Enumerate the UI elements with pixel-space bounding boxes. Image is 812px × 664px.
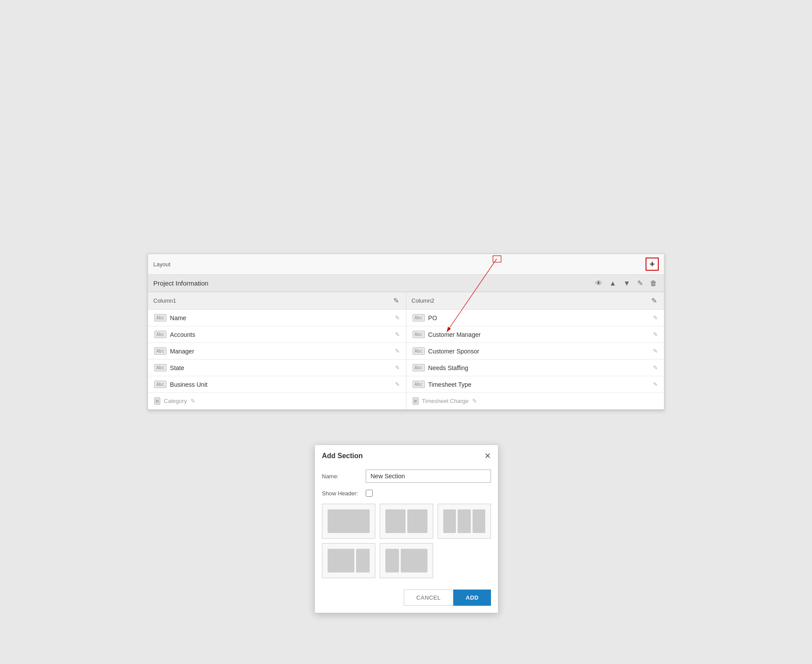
col-block xyxy=(443,509,456,533)
add-section-dialog: Add Section ✕ Name: Show Header: xyxy=(314,445,498,613)
field-label: Needs Staffing xyxy=(428,364,650,371)
field-label: Category xyxy=(164,398,187,404)
layout-options-row1 xyxy=(322,504,491,539)
field-business-unit: Abc Business Unit ✎ xyxy=(148,376,406,393)
name-row: Name: xyxy=(322,470,491,483)
dialog-body: Name: Show Header: xyxy=(315,465,498,590)
move-down-button[interactable]: ▼ xyxy=(621,279,632,288)
edit-field-icon[interactable]: ✎ xyxy=(653,364,658,371)
dialog-close-button[interactable]: ✕ xyxy=(484,451,491,461)
edit-field-icon[interactable]: ✎ xyxy=(395,348,400,354)
add-button[interactable]: ADD xyxy=(453,590,491,606)
layout-option-two[interactable] xyxy=(380,504,433,539)
delete-section-button[interactable]: 🗑 xyxy=(648,279,659,288)
add-section-button[interactable]: + xyxy=(646,258,659,271)
field-category-partial: ⊞ Category ✎ xyxy=(148,393,406,410)
field-type-icon: Abc xyxy=(413,381,425,388)
field-label: Business Unit xyxy=(170,381,391,388)
field-manager: Abc Manager ✎ xyxy=(148,343,406,360)
field-customer-sponsor: Abc Customer Sponsor ✎ xyxy=(406,343,664,360)
edit-section-button[interactable]: ✎ xyxy=(635,278,645,288)
single-column-visual xyxy=(326,508,371,535)
show-header-row: Show Header: xyxy=(322,490,491,497)
column2-header: Column2 ✎ xyxy=(406,292,664,310)
field-label: State xyxy=(170,364,391,371)
col-block xyxy=(407,509,427,533)
field-name: Abc Name ✎ xyxy=(148,310,406,326)
edit-field-icon[interactable]: ✎ xyxy=(653,314,658,321)
field-type-icon: Abc xyxy=(154,364,166,371)
layout-option-single[interactable] xyxy=(322,504,375,539)
col-block xyxy=(385,549,399,572)
field-state: Abc State ✎ xyxy=(148,360,406,376)
field-label: Customer Sponsor xyxy=(428,348,650,355)
column2: Column2 ✎ Abc PO ✎ Abc Customer Manager … xyxy=(406,292,664,410)
edit-field-icon[interactable]: ✎ xyxy=(472,398,477,404)
col-block xyxy=(385,509,406,533)
eye-button[interactable]: 👁 xyxy=(593,279,604,288)
edit-icon: ✎ xyxy=(637,279,643,287)
edit-field-icon[interactable]: ✎ xyxy=(653,331,658,338)
edit-column2-button[interactable]: ✎ xyxy=(650,296,659,306)
field-label: Name xyxy=(170,314,391,321)
pencil-icon: ✎ xyxy=(393,297,399,305)
dialog-title: Add Section xyxy=(322,452,363,460)
show-header-checkbox[interactable] xyxy=(366,490,373,497)
edit-field-icon[interactable]: ✎ xyxy=(395,331,400,338)
dialog-title-bar: Add Section ✕ xyxy=(315,445,498,465)
col-block xyxy=(356,549,370,572)
section-actions: 👁 ▲ ▼ ✎ 🗑 xyxy=(593,278,659,288)
section-row: Project Information 👁 ▲ ▼ ✎ 🗑 xyxy=(148,275,664,292)
field-type-icon: Abc xyxy=(154,331,166,338)
up-arrow-icon: ▲ xyxy=(609,279,616,287)
field-timesheet-charge-partial: ⊞ Timesheet Charge ✎ xyxy=(406,393,664,410)
layout-option-left-wide[interactable] xyxy=(322,543,375,578)
trash-icon: 🗑 xyxy=(650,279,657,287)
pencil-icon: ✎ xyxy=(651,297,657,305)
field-label: Timesheet Charge xyxy=(422,398,469,404)
field-type-icon: Abc xyxy=(413,364,425,371)
field-label: PO xyxy=(428,314,650,321)
columns-area: Column1 ✎ Abc Name ✎ Abc Accounts ✎ Abc … xyxy=(148,292,664,410)
field-label: Customer Manager xyxy=(428,331,650,338)
edit-column1-button[interactable]: ✎ xyxy=(392,296,401,306)
column1-header: Column1 ✎ xyxy=(148,292,406,310)
col-block xyxy=(328,509,370,533)
layout-option-right-wide[interactable] xyxy=(380,543,433,578)
layout-header: Layout + xyxy=(148,254,664,275)
col-block xyxy=(328,549,354,572)
col-block xyxy=(473,509,485,533)
cancel-button[interactable]: CANCEL xyxy=(404,590,454,606)
field-type-icon: Abc xyxy=(154,347,166,355)
field-type-icon: Abc xyxy=(154,381,166,388)
two-column-visual xyxy=(384,508,429,535)
field-label: Manager xyxy=(170,348,391,355)
edit-field-icon[interactable]: ✎ xyxy=(653,381,658,388)
dialog-footer: CANCEL ADD xyxy=(315,590,498,613)
edit-field-icon[interactable]: ✎ xyxy=(395,314,400,321)
field-needs-staffing: Abc Needs Staffing ✎ xyxy=(406,360,664,376)
edit-field-icon[interactable]: ✎ xyxy=(395,381,400,388)
field-label: Timesheet Type xyxy=(428,381,650,388)
field-label: Accounts xyxy=(170,331,391,338)
left-wide-visual xyxy=(326,547,371,574)
field-type-icon: Abc xyxy=(413,331,425,338)
name-label: Name: xyxy=(322,473,366,480)
field-type-icon: Abc xyxy=(154,314,166,321)
column1-label: Column1 xyxy=(153,297,176,304)
three-column-visual xyxy=(441,508,487,535)
edit-field-icon[interactable]: ✎ xyxy=(653,348,658,354)
field-type-icon: Abc xyxy=(413,347,425,355)
section-title: Project Information xyxy=(153,279,208,287)
col-block xyxy=(458,509,470,533)
layout-title: Layout xyxy=(153,261,170,268)
edit-field-icon[interactable]: ✎ xyxy=(395,364,400,371)
col-block xyxy=(401,549,427,572)
layout-option-three[interactable] xyxy=(438,504,491,539)
field-po: Abc PO ✎ xyxy=(406,310,664,326)
name-input[interactable] xyxy=(366,470,491,483)
move-up-button[interactable]: ▲ xyxy=(607,279,618,288)
field-accounts: Abc Accounts ✎ xyxy=(148,326,406,343)
edit-field-icon[interactable]: ✎ xyxy=(191,398,195,404)
field-type-icon: Abc xyxy=(413,314,425,321)
